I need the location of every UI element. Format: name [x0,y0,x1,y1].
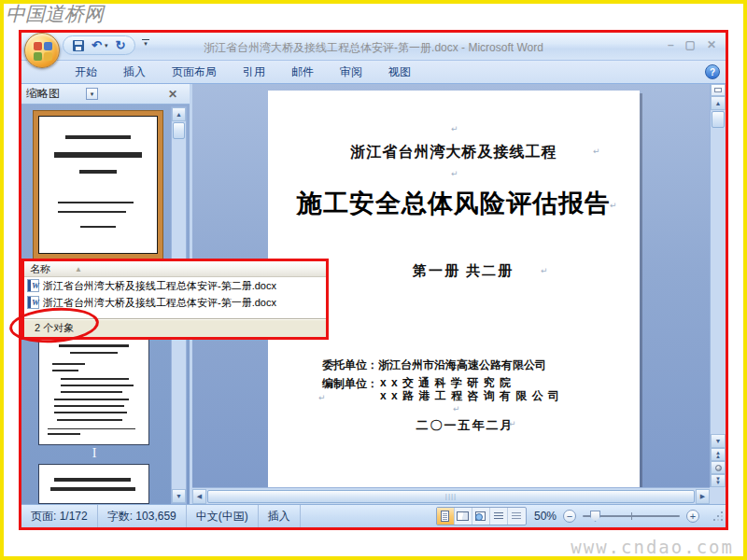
site-watermark-top: 中国道桥网 [6,1,104,27]
column-name-label: 名称 [30,262,50,276]
office-logo-icon [34,42,52,61]
office-button[interactable] [24,33,60,68]
zoom-level[interactable]: 50% [534,510,557,523]
document-vertical-scrollbar[interactable]: ▲ ▼ ▲▲ ▼▼ [710,84,726,487]
paragraph-mark: ↵ [451,169,458,178]
window-title: 浙江省台州湾大桥及接线工程总体安评-第一册.docx - Microsoft W… [134,40,613,56]
zoom-out-button[interactable]: − [563,510,576,523]
draft-view-icon [512,512,521,521]
redo-icon[interactable]: ↻ [115,39,125,51]
pane-dropdown-icon[interactable]: ▾ [86,88,98,100]
word-document-icon [27,279,39,292]
word-window: ↶ ▾ ↻ ▾ 浙江省台州湾大桥及接线工程总体安评-第一册.docx - Mic… [19,30,728,530]
document-volume: 第一册 共二册 [287,262,640,280]
thumbnail-1-page [38,116,158,254]
client-label: 委托单位： [322,358,378,371]
paragraph-mark: ↵ [451,124,458,133]
compiler-line-1: x x 交 通 科 学 研 究 院 [380,376,560,389]
file-list-column-header[interactable]: 名称 ▲ [24,261,326,277]
zoom-controls: 50% − + [534,510,699,523]
scroll-down-icon[interactable]: ▼ [711,434,726,448]
document-compiler-block: 编制单位： x x 交 通 科 学 研 究 院 x x 路 港 工 程 咨 询 … [322,376,560,402]
tab-references[interactable]: 引用 [233,62,275,83]
ruler-toggle-button[interactable] [711,84,726,96]
full-screen-reading-view-button[interactable] [455,508,472,525]
thumbnail-pane-header: 缩略图 ▾ ✕ [21,84,190,105]
paragraph-mark: ↵ [318,393,326,402]
print-layout-view-button[interactable] [437,508,455,525]
outline-view-icon [494,512,503,521]
status-page-count[interactable]: 页面: 1/172 [21,505,98,527]
page-thumbnail-3[interactable] [38,464,149,504]
zoom-slider-handle[interactable] [590,511,600,522]
tab-mailings[interactable]: 邮件 [281,62,324,83]
page-thumbnail-1-selected[interactable] [33,110,163,259]
screenshot-root: 中国道桥网 www.cndao.com ↶ ▾ ↻ ▾ 浙江省台州湾大桥及接线工… [0,0,747,560]
window-controls: – ▢ ✕ [668,38,716,51]
help-button[interactable]: ? [705,64,720,79]
tab-page-layout[interactable]: 页面布局 [162,62,227,83]
undo-icon[interactable]: ↶ [92,39,102,51]
paragraph-mark: ↵ [509,419,516,428]
file-name: 浙江省台州湾大桥及接线工程总体安评-第一册.docx [43,296,276,310]
document-title: 施工安全总体风险评估报告 [268,187,640,220]
tab-home[interactable]: 开始 [64,62,107,83]
compiler-label: 编制单位： [322,376,378,402]
paragraph-mark: ↵ [610,201,617,210]
site-watermark-bottom: www.cndao.com [571,537,734,557]
horizontal-scrollbar-thumb[interactable]: |||| [207,490,695,503]
tab-review[interactable]: 审阅 [330,62,373,83]
scroll-up-icon[interactable]: ▲ [172,107,186,121]
word-document-icon [27,296,39,309]
tab-insert[interactable]: 插入 [113,62,156,83]
scroll-up-icon[interactable]: ▲ [711,96,726,110]
select-browse-object-button[interactable] [711,461,726,474]
view-shortcuts [436,507,527,525]
outline-view-button[interactable] [490,508,508,525]
close-button[interactable]: ✕ [707,38,716,51]
quick-access-toolbar: ↶ ▾ ↻ [63,35,135,55]
document-subtitle: 浙江省台州湾大桥及接线工程 [268,143,640,162]
zoom-slider[interactable] [583,510,680,523]
status-word-count[interactable]: 字数: 103,659 [98,505,187,527]
thumbnail-page-number: I [21,446,167,461]
web-layout-icon [475,511,486,521]
status-insert-mode[interactable]: 插入 [259,505,301,527]
scrollbar-corner [710,487,726,504]
status-bar: 页面: 1/172 字数: 103,659 中文(中国) 插入 50% − [21,504,726,527]
status-language[interactable]: 中文(中国) [187,505,259,527]
browse-object-icon [715,465,722,471]
scroll-right-icon[interactable]: ▶ [696,489,710,504]
print-layout-icon [441,511,449,522]
next-page-button[interactable]: ▼▼ [711,474,726,487]
pane-close-icon[interactable]: ✕ [168,88,177,101]
document-scrollbar-thumb[interactable] [712,111,725,128]
sort-ascending-icon: ▲ [75,265,82,273]
thumbnail-scrollbar-thumb[interactable] [173,122,185,139]
maximize-button[interactable]: ▢ [685,38,696,51]
undo-dropdown-icon[interactable]: ▾ [105,42,108,49]
paragraph-mark: ↵ [518,362,526,371]
reading-view-icon [457,511,469,521]
draft-view-button[interactable] [508,508,526,525]
page-thumbnail-2[interactable] [38,336,149,445]
document-horizontal-scrollbar[interactable]: ◀ |||| ▶ [192,487,710,504]
window-resize-grip[interactable] [712,511,724,522]
file-list-item[interactable]: 浙江省台州湾大桥及接线工程总体安评-第二册.docx [24,277,326,294]
paragraph-mark: ↵ [541,266,548,275]
ribbon-tab-bar: 开始 插入 页面布局 引用 邮件 审阅 视图 [21,61,726,84]
file-name: 浙江省台州湾大桥及接线工程总体安评-第二册.docx [43,279,276,293]
document-date: 二〇一五年二月 [290,417,640,434]
minimize-button[interactable]: – [668,38,674,51]
zoom-in-button[interactable]: + [686,510,699,523]
document-client-line: 委托单位：浙江台州市沿海高速公路有限公司 [322,357,546,373]
compiler-line-2: x x 路 港 工 程 咨 询 有 限 公 司 [380,389,560,402]
scroll-down-icon[interactable]: ▼ [172,489,186,503]
save-icon[interactable] [73,40,84,51]
paragraph-mark: ↵ [593,147,600,156]
paragraph-mark: ↵ [453,404,460,413]
previous-page-button[interactable]: ▲▲ [711,448,726,461]
scroll-left-icon[interactable]: ◀ [192,489,206,504]
tab-view[interactable]: 视图 [378,62,421,83]
web-layout-view-button[interactable] [472,508,490,525]
